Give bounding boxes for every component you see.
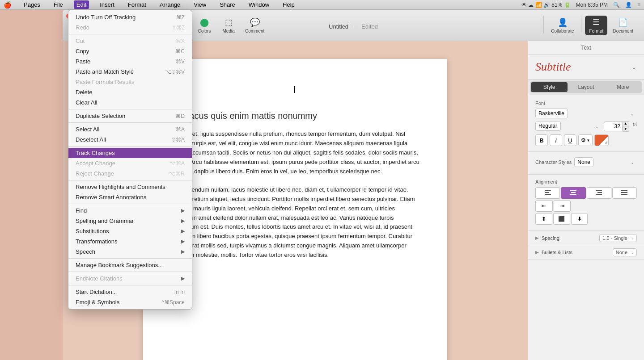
align-center-button[interactable] <box>561 187 585 199</box>
menubar-file[interactable]: File <box>51 0 66 9</box>
menu-substitutions[interactable]: Substitutions ▶ <box>68 226 192 236</box>
menu-accept-change: Accept Change ⌥⌘A <box>68 158 192 168</box>
toolbar-document[interactable]: 📄 Document <box>609 16 637 35</box>
menu-start-dictation[interactable]: Start Dictation... fn fn <box>68 287 192 297</box>
tab-more[interactable]: More <box>605 82 641 92</box>
font-size-field[interactable] <box>604 121 623 131</box>
reject-change-shortcut: ⌥⌘R <box>169 171 185 177</box>
menubar-help[interactable]: Help <box>280 0 297 9</box>
valign-middle-button[interactable]: ⬛ <box>553 213 570 225</box>
toolbar-format[interactable]: ☰ Format <box>585 16 607 35</box>
toolbar-media[interactable]: ⬚ Media <box>217 16 240 35</box>
user-icon[interactable]: 👤 <box>625 2 632 8</box>
spacing-select-wrapper[interactable]: 1.0 - Single ⌄ <box>599 234 637 241</box>
underline-button[interactable]: U <box>564 134 576 146</box>
menubar-insert[interactable]: Insert <box>97 0 117 9</box>
subtitle-text: Subtitle <box>535 60 571 74</box>
menu-delete[interactable]: Delete <box>68 87 192 97</box>
apple-menu[interactable]: 🍎 <box>4 1 11 8</box>
menu-find[interactable]: Find ▶ <box>68 205 192 216</box>
media-label: Media <box>222 29 234 33</box>
subtitle-row[interactable]: Subtitle ⌄ <box>528 55 644 80</box>
style-tabs: Style Layout More <box>530 81 642 93</box>
emoji-symbols-shortcut: ^⌘Space <box>161 299 185 306</box>
menu-undo[interactable]: Undo Turn Off Tracking ⌘Z <box>68 12 192 22</box>
menubar-format[interactable]: Format <box>125 0 149 9</box>
italic-button[interactable]: I <box>550 134 562 146</box>
menubar-edit[interactable]: Edit <box>74 0 89 9</box>
menubar-arrange[interactable]: Arrange <box>157 0 183 9</box>
indent-increase-button[interactable]: ⇥ <box>554 200 571 212</box>
paste-label: Paste <box>76 58 90 65</box>
align-row-2: ⇤ ⇥ <box>535 200 637 212</box>
menu-track-changes[interactable]: Track Changes <box>68 148 192 158</box>
tab-layout[interactable]: Layout <box>568 82 604 92</box>
menubar-window[interactable]: Window <box>246 0 272 9</box>
align-right-button[interactable] <box>587 187 611 199</box>
tab-style[interactable]: Style <box>531 82 568 92</box>
bold-button[interactable]: B <box>535 134 548 146</box>
alignment-section: Alignment ⇤ ⇥ <box>528 175 644 231</box>
menu-deselect-all[interactable]: Deselect All ⇧⌘A <box>68 134 192 145</box>
menu-remove-highlights[interactable]: Remove Highlights and Comments <box>68 182 192 192</box>
font-size-up[interactable]: ▲ <box>623 121 629 126</box>
menu-select-all[interactable]: Select All ⌘A <box>68 124 192 134</box>
character-styles-section: Character Styles None <box>528 152 644 175</box>
align-left-button[interactable] <box>535 187 560 199</box>
font-size-input[interactable]: ▲ ▼ <box>604 121 629 132</box>
menu-manage-bookmark[interactable]: Manage Bookmark Suggestions... <box>68 260 192 270</box>
align-right-icon <box>596 190 602 196</box>
indent-decrease-button[interactable]: ⇤ <box>535 200 553 212</box>
align-justify-button[interactable] <box>612 187 637 199</box>
valign-top-button[interactable]: ⬆ <box>535 213 552 225</box>
char-styles-select[interactable]: None <box>574 157 593 167</box>
font-size-unit: pt <box>633 121 637 132</box>
toolbar-colors[interactable]: ⬤ Colors <box>193 16 216 35</box>
document-status: Edited <box>361 23 378 30</box>
menu-paste[interactable]: Paste ⌘V <box>68 56 192 67</box>
bullets-row[interactable]: ▶ Bullets & Lists None ⌄ <box>528 245 644 260</box>
redo-shortcut: ⇧⌘Z <box>172 25 185 31</box>
menu-speech[interactable]: Speech ▶ <box>68 247 192 257</box>
svg-rect-0 <box>545 190 551 191</box>
text-options-button[interactable]: ⚙▼ <box>578 134 593 146</box>
text-cursor <box>294 86 295 93</box>
system-time: Mon 8:35 PM <box>576 2 608 8</box>
format-label: Format <box>589 29 604 33</box>
font-style-wrapper: Regular <box>535 121 601 132</box>
control-center-icon[interactable]: ≡ <box>637 2 640 8</box>
menu-duplicate[interactable]: Duplicate Selection ⌘D <box>68 111 192 121</box>
font-style-row: Regular ▲ ▼ pt <box>535 121 637 132</box>
collaborate-icon: 👤 <box>558 17 568 27</box>
menubar-pages[interactable]: Pages <box>21 0 43 9</box>
toolbar-collaborate[interactable]: 👤 Collaborate <box>547 16 577 35</box>
menu-transformations[interactable]: Transformations ▶ <box>68 236 192 247</box>
chevron-down-icon[interactable]: ⌄ <box>631 63 637 71</box>
menubar-view[interactable]: View <box>191 0 209 9</box>
spacing-row[interactable]: ▶ Spacing 1.0 - Single ⌄ <box>528 231 644 245</box>
toolbar-comment[interactable]: 💬 Comment <box>242 16 268 35</box>
menu-spelling-grammar[interactable]: Spelling and Grammar ▶ <box>68 216 192 226</box>
comment-label: Comment <box>245 29 264 33</box>
menubar-share[interactable]: Share <box>217 0 238 9</box>
bullets-select-wrapper[interactable]: None ⌄ <box>613 249 637 255</box>
panel-section-title: Text <box>528 41 644 55</box>
select-all-label: Select All <box>76 126 99 133</box>
menu-paste-match[interactable]: Paste and Match Style ⌥⇧⌘V <box>68 67 192 77</box>
search-icon[interactable]: 🔍 <box>613 2 620 8</box>
font-family-select[interactable]: Baskerville <box>535 109 568 118</box>
font-color-button[interactable]: ↺ <box>594 134 609 146</box>
align-row-3: ⬆ ⬛ ⬇ <box>535 213 637 225</box>
menu-clear-all[interactable]: Clear All <box>68 97 192 108</box>
valign-bottom-button[interactable]: ⬇ <box>571 213 588 225</box>
deselect-all-label: Deselect All <box>76 136 106 143</box>
menu-emoji-symbols[interactable]: Emoji & Symbols ^⌘Space <box>68 297 192 307</box>
font-size-down[interactable]: ▼ <box>623 126 629 131</box>
speech-arrow-icon: ▶ <box>181 249 185 255</box>
font-size-spinner[interactable]: ▲ ▼ <box>623 121 629 132</box>
align-row-1 <box>535 187 637 199</box>
menu-remove-smart[interactable]: Remove Smart Annotations <box>68 192 192 202</box>
align-center-icon <box>570 190 576 196</box>
menu-copy[interactable]: Copy ⌘C <box>68 46 192 56</box>
font-style-select[interactable]: Regular <box>535 121 561 131</box>
